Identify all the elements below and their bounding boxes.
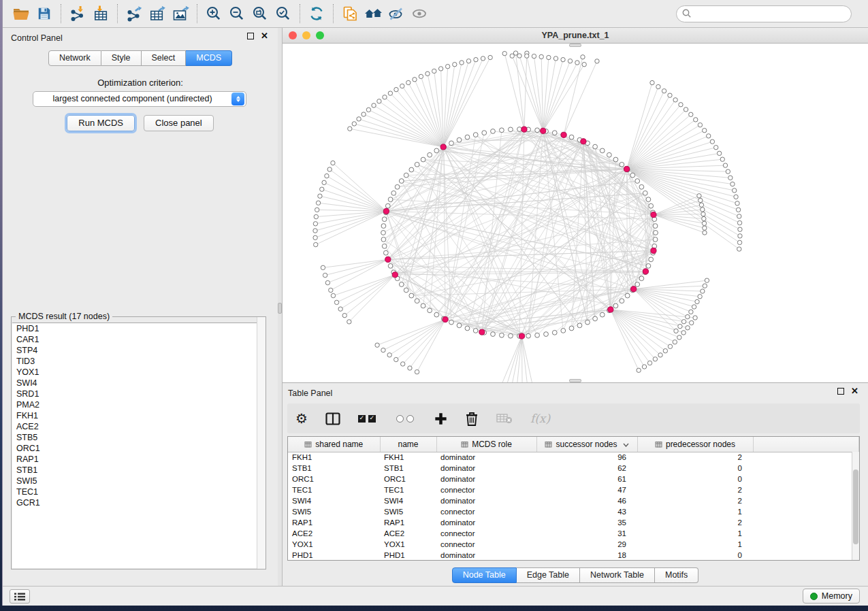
network-canvas[interactable] (283, 44, 868, 382)
column-header-name[interactable]: name (380, 437, 436, 452)
tab-network-table[interactable]: Network Table (580, 567, 655, 583)
toolbar-separator (61, 4, 61, 23)
table-row[interactable]: SWI4SWI4dominator462 (288, 495, 859, 506)
table-scrollbar[interactable] (852, 452, 859, 560)
export-image-icon[interactable] (169, 3, 192, 24)
table-row[interactable]: SWI5SWI5connector431 (288, 506, 859, 517)
column-header-mcds-role[interactable]: MCDS role (436, 437, 536, 452)
mcds-result-item[interactable]: FKH1 (12, 410, 265, 421)
column-header-shared-name[interactable]: shared name (288, 437, 380, 452)
float-panel-icon[interactable] (837, 388, 844, 395)
hide-selected-icon[interactable] (385, 3, 408, 24)
tab-edge-table[interactable]: Edge Table (517, 567, 580, 583)
mcds-result-item[interactable]: RAP1 (12, 454, 265, 465)
splitter-grip[interactable] (569, 44, 581, 47)
optimization-criterion-label: Optimization criterion: (3, 78, 278, 88)
refresh-icon[interactable] (305, 3, 328, 24)
save-session-icon[interactable] (33, 3, 56, 24)
search-field (676, 5, 852, 22)
table-settings-icon[interactable]: ⚙ (295, 412, 308, 425)
mcds-result-item[interactable]: STB5 (12, 432, 265, 443)
mcds-result-item[interactable]: PMA2 (12, 399, 265, 410)
table-row[interactable]: FKH1FKH1dominator962 (288, 452, 859, 463)
export-table-icon[interactable] (146, 3, 169, 24)
mcds-list-scrollbar[interactable] (257, 317, 266, 569)
table-header-row: shared name name MCDS role successor nod… (288, 437, 859, 452)
split-panel-icon[interactable] (325, 412, 340, 425)
zoom-out-icon[interactable] (225, 3, 248, 24)
open-file-icon[interactable] (10, 3, 33, 24)
deselect-all-icon[interactable] (396, 415, 417, 423)
function-builder-icon[interactable]: f(x) (530, 412, 550, 425)
table-row[interactable]: RAP1RAP1dominator352 (288, 517, 859, 528)
tab-mcds[interactable]: MCDS (186, 50, 232, 66)
column-header-successor-nodes[interactable]: successor nodes (536, 437, 637, 452)
memory-button[interactable]: Memory (803, 589, 860, 604)
table-tabs: Node Table Edge Table Network Table Moti… (283, 567, 868, 583)
table-row[interactable]: TEC1TEC1connector472 (288, 484, 859, 495)
control-panel-header: Control Panel ✕ (3, 28, 278, 47)
mcds-result-item[interactable]: YOX1 (12, 367, 265, 378)
tab-select[interactable]: Select (142, 50, 187, 66)
first-neighbors-icon[interactable] (361, 3, 385, 24)
mcds-result-group: MCDS result (17 nodes) PHD1CAR1STP4TID3Y… (11, 316, 266, 569)
table-row[interactable]: YOX1YOX1connector291 (288, 539, 859, 550)
mcds-result-item[interactable]: PHD1 (12, 323, 265, 334)
criterion-dropdown[interactable]: largest connected component (undirected) (33, 91, 246, 107)
mcds-result-item[interactable]: CAR1 (12, 334, 265, 345)
mcds-result-item[interactable]: TID3 (12, 356, 265, 367)
zoom-in-icon[interactable] (202, 3, 225, 24)
mcds-result-list[interactable]: PHD1CAR1STP4TID3YOX1SWI4SRD1PMA2FKH1ACE2… (12, 323, 265, 568)
import-table-icon[interactable] (89, 3, 112, 24)
table-panel: Table Panel ✕ ⚙ (282, 382, 868, 586)
float-panel-icon[interactable] (247, 33, 254, 39)
dropdown-stepper-icon (231, 93, 244, 105)
sort-chevron-icon (623, 443, 629, 447)
scrollbar-thumb[interactable] (853, 469, 858, 544)
table-row[interactable]: STB1STB1dominator620 (288, 463, 859, 474)
task-history-button[interactable] (10, 589, 30, 604)
mcds-result-item[interactable]: ACE2 (12, 421, 265, 432)
column-type-icon (655, 441, 662, 448)
mcds-result-item[interactable]: TEC1 (12, 486, 265, 497)
search-input[interactable] (676, 5, 852, 22)
show-all-icon[interactable] (408, 3, 431, 24)
tab-node-table[interactable]: Node Table (452, 567, 517, 583)
zoom-selected-icon[interactable] (272, 3, 295, 24)
network-view-panel: YPA_prune.txt_1 (282, 28, 868, 382)
table-row[interactable]: PHD1PHD1dominator180 (288, 550, 859, 561)
mcds-result-item[interactable]: SWI4 (12, 378, 265, 389)
column-header-filler (753, 437, 859, 452)
control-panel: Control Panel ✕ Network Style Select MCD… (3, 28, 278, 586)
tab-motifs[interactable]: Motifs (655, 567, 698, 583)
mcds-result-item[interactable]: SRD1 (12, 389, 265, 399)
delete-column-icon[interactable] (465, 412, 479, 426)
run-mcds-button[interactable]: Run MCDS (67, 115, 135, 131)
add-column-icon[interactable] (434, 412, 447, 425)
table-row[interactable]: ORC1ORC1dominator610 (288, 474, 859, 484)
mcds-result-item[interactable]: ORC1 (12, 443, 265, 454)
search-icon (682, 9, 692, 18)
mcds-result-item[interactable]: STB1 (12, 465, 265, 476)
network-graph[interactable] (283, 44, 868, 382)
mcds-result-item[interactable]: GCR1 (12, 497, 265, 508)
list-icon (14, 593, 25, 601)
control-panel-title: Control Panel (11, 33, 63, 43)
mcds-result-item[interactable]: SWI5 (12, 476, 265, 486)
delete-table-icon[interactable] (496, 413, 513, 424)
close-panel-button[interactable]: Close panel (144, 115, 214, 131)
toolbar-separator (300, 4, 300, 23)
import-network-icon[interactable] (66, 3, 89, 24)
select-all-icon[interactable] (358, 415, 379, 423)
tab-network[interactable]: Network (48, 50, 101, 66)
close-panel-icon[interactable]: ✕ (261, 33, 268, 39)
close-panel-icon[interactable]: ✕ (851, 388, 858, 395)
export-network-icon[interactable] (123, 3, 146, 24)
zoom-fit-icon[interactable] (248, 3, 272, 24)
duplicate-network-icon[interactable] (338, 3, 361, 24)
table-toolbar: ⚙ f(x) (287, 403, 860, 433)
mcds-result-item[interactable]: STP4 (12, 345, 265, 356)
tab-style[interactable]: Style (101, 50, 142, 66)
table-row[interactable]: ACE2ACE2connector311 (288, 528, 859, 539)
column-header-predecessor-nodes[interactable]: predecessor nodes (637, 437, 753, 452)
